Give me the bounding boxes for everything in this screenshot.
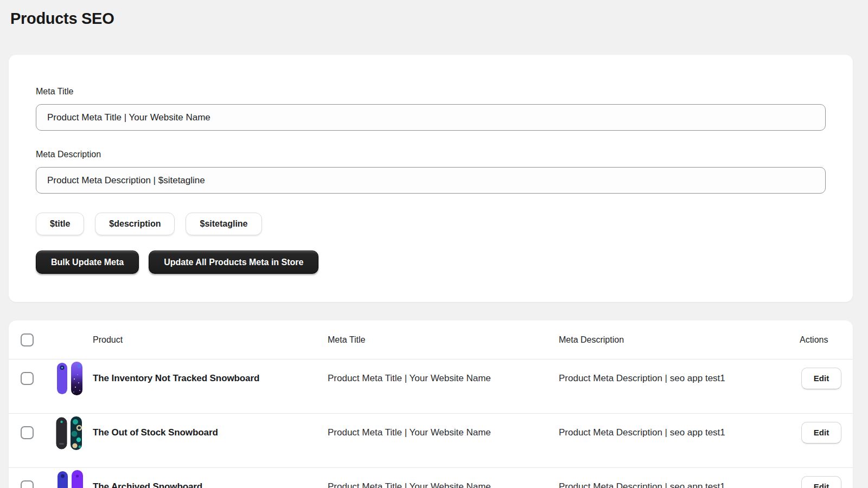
meta-description-input[interactable] bbox=[36, 167, 826, 194]
snowboard-product-thumbnail bbox=[54, 415, 86, 451]
snowboard-product-thumbnail bbox=[54, 470, 86, 488]
page-title: Products SEO bbox=[10, 10, 114, 27]
variable-pills: $title $description $sitetagline bbox=[36, 213, 826, 235]
bulk-update-meta-button[interactable]: Bulk Update Meta bbox=[36, 251, 139, 274]
product-meta-description: Product Meta Description | seo app test1 bbox=[559, 481, 800, 488]
meta-description-field: Meta Description bbox=[36, 150, 826, 194]
edit-button[interactable]: Edit bbox=[801, 422, 841, 444]
product-name: The Out of Stock Snowboard bbox=[93, 427, 328, 438]
update-all-products-meta-button[interactable]: Update All Products Meta in Store bbox=[149, 251, 318, 274]
description-variable-pill[interactable]: $description bbox=[95, 213, 175, 235]
meta-title-field: Meta Title bbox=[36, 87, 826, 131]
row-checkbox[interactable] bbox=[21, 372, 34, 385]
products-table-card: Product Meta Title Meta Description Acti… bbox=[9, 320, 853, 488]
edit-button[interactable]: Edit bbox=[801, 476, 841, 488]
edit-button[interactable]: Edit bbox=[801, 368, 841, 389]
row-checkbox[interactable] bbox=[21, 480, 34, 488]
table-header-row: Product Meta Title Meta Description Acti… bbox=[9, 320, 853, 359]
form-actions: Bulk Update Meta Update All Products Met… bbox=[36, 251, 826, 274]
product-name: The Archived Snowboard bbox=[93, 481, 328, 488]
column-header-actions: Actions bbox=[800, 335, 853, 345]
title-variable-pill[interactable]: $title bbox=[36, 213, 84, 235]
product-meta-description: Product Meta Description | seo app test1 bbox=[559, 427, 800, 438]
product-meta-title: Product Meta Title | Your Website Name bbox=[328, 427, 559, 438]
product-meta-title: Product Meta Title | Your Website Name bbox=[328, 481, 559, 488]
product-meta-title: Product Meta Title | Your Website Name bbox=[328, 373, 559, 384]
table-row: The Out of Stock Snowboard Product Meta … bbox=[9, 414, 853, 468]
bulk-meta-form-card: Meta Title Meta Description $title $desc… bbox=[9, 55, 853, 302]
select-all-checkbox[interactable] bbox=[21, 333, 34, 346]
table-row: The Archived Snowboard Product Meta Titl… bbox=[9, 468, 853, 488]
column-header-meta-title: Meta Title bbox=[328, 335, 559, 345]
column-header-meta-description: Meta Description bbox=[559, 335, 800, 345]
meta-title-label: Meta Title bbox=[36, 87, 826, 97]
meta-title-input[interactable] bbox=[36, 104, 826, 131]
row-checkbox[interactable] bbox=[21, 426, 34, 439]
product-name: The Inventory Not Tracked Snowboard bbox=[93, 373, 328, 384]
header-checkbox-cell bbox=[9, 333, 54, 346]
product-meta-description: Product Meta Description | seo app test1 bbox=[559, 373, 800, 384]
snowboard-product-thumbnail bbox=[54, 361, 86, 396]
table-row: The Inventory Not Tracked Snowboard Prod… bbox=[9, 359, 853, 414]
meta-description-label: Meta Description bbox=[36, 150, 826, 159]
column-header-product: Product bbox=[93, 335, 328, 345]
sitetagline-variable-pill[interactable]: $sitetagline bbox=[186, 213, 261, 235]
